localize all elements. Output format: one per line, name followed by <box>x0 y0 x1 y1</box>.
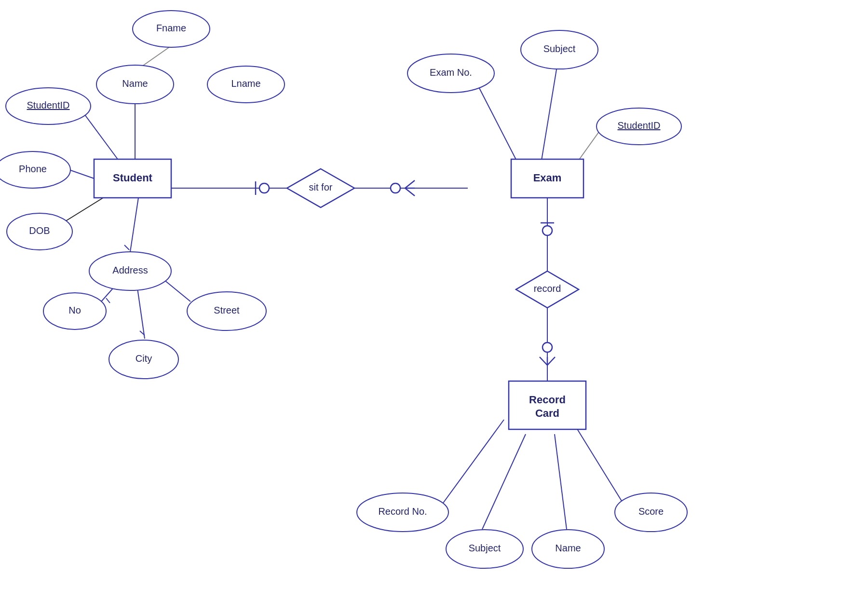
no-tick <box>106 298 110 303</box>
city-label: City <box>136 353 152 364</box>
crowfoot-top <box>405 180 415 188</box>
subject-exam-label: Subject <box>543 43 576 54</box>
name-record-card-line <box>555 434 567 529</box>
exam-no-label: Exam No. <box>430 67 472 78</box>
name-label: Name <box>122 78 148 89</box>
sit-for-circle1 <box>259 183 269 193</box>
record-crowfoot-bot <box>547 357 555 365</box>
sit-for-label: sit for <box>309 182 333 192</box>
record-card-entity-label: Record <box>529 394 566 406</box>
no-label: No <box>68 305 81 315</box>
lname-label: Lname <box>231 78 260 89</box>
sit-for-circle2 <box>391 183 400 193</box>
record-no-label: Record No. <box>378 506 427 517</box>
phone-label: Phone <box>19 164 47 174</box>
record-card-circle <box>542 343 552 352</box>
street-address-line <box>164 280 190 302</box>
name-record-label: Name <box>555 543 581 553</box>
recordno-card-line <box>441 420 504 506</box>
score-record-card-line <box>571 420 624 506</box>
exam-record-circle <box>542 226 552 235</box>
street-label: Street <box>214 305 240 315</box>
studentid-exam-label: StudentID <box>618 120 661 131</box>
record-card-entity-label2: Card <box>535 407 559 419</box>
er-diagram: Student Exam Record Card sit for record … <box>0 0 868 603</box>
subject-record-card-line <box>482 434 526 529</box>
city-address-line <box>137 288 145 339</box>
studentid-student-line <box>82 111 121 163</box>
studentid-student-label: StudentID <box>27 100 70 110</box>
dob-label: DOB <box>29 225 50 236</box>
exam-entity-label: Exam <box>533 172 562 184</box>
examno-exam-line <box>477 84 521 169</box>
fname-name-line <box>142 46 171 66</box>
record-crowfoot-top <box>540 357 547 365</box>
address-tick <box>124 245 129 250</box>
fname-label: Fname <box>156 23 186 33</box>
subject-record-label: Subject <box>469 543 501 553</box>
subject-exam-line <box>540 67 557 169</box>
crowfoot-bot <box>405 188 415 196</box>
address-label: Address <box>112 265 148 275</box>
score-label: Score <box>638 506 664 517</box>
record-label: record <box>534 283 561 294</box>
student-entity-label: Student <box>113 172 153 184</box>
